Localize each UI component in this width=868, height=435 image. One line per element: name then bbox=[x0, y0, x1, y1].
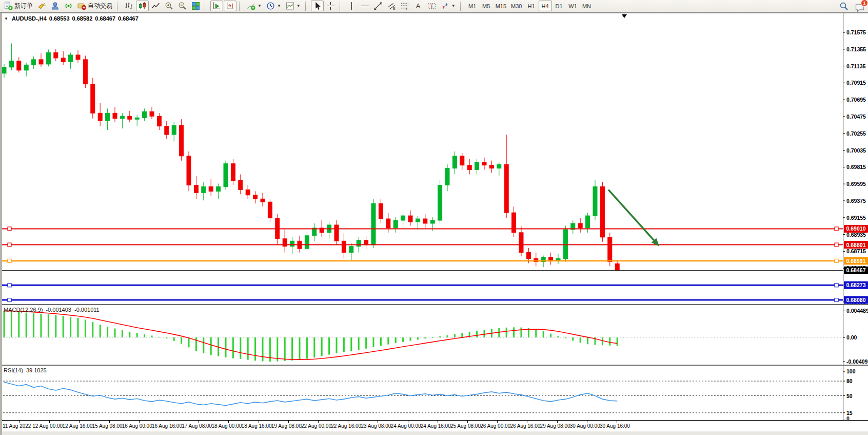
time-axis[interactable]: 11 Aug 202212 Aug 00:0012 Aug 16:0015 Au… bbox=[0, 420, 868, 431]
candle-body bbox=[342, 241, 346, 252]
ohlc-open: 0.68553 bbox=[49, 15, 70, 22]
auto-trading-button[interactable]: 自动交易 bbox=[75, 1, 114, 11]
expert-advisor-button[interactable] bbox=[49, 1, 62, 11]
time-axis-label: 15 Aug 08:00 bbox=[92, 423, 123, 429]
macd-histogram-bar bbox=[580, 337, 581, 343]
arrows-tool-button[interactable]: ▼ bbox=[439, 1, 458, 11]
macd-signal-line bbox=[4, 311, 617, 360]
candle-body bbox=[504, 164, 508, 213]
line-handle[interactable] bbox=[8, 243, 11, 247]
line-chart-button[interactable] bbox=[149, 1, 162, 11]
line-handle[interactable] bbox=[8, 283, 11, 287]
candle-body bbox=[69, 55, 73, 62]
candle bbox=[600, 182, 604, 241]
candle bbox=[519, 226, 523, 256]
price-chart: 0.715750.713550.711350.709150.706950.704… bbox=[0, 13, 868, 304]
timeframe-M15[interactable]: M15 bbox=[494, 1, 508, 11]
candle bbox=[61, 51, 65, 65]
auto-scroll-button[interactable] bbox=[210, 1, 223, 11]
line-handle[interactable] bbox=[835, 283, 838, 287]
line-handle[interactable] bbox=[8, 259, 11, 262]
candle bbox=[216, 183, 221, 199]
candle-body bbox=[46, 53, 50, 64]
notification-badge[interactable]: 1 bbox=[861, 0, 868, 7]
candle bbox=[231, 159, 235, 185]
line-handle[interactable] bbox=[8, 227, 11, 231]
timeframe-M30[interactable]: M30 bbox=[509, 1, 524, 11]
timeframe-W1[interactable]: W1 bbox=[566, 1, 580, 11]
macd-histogram-bar bbox=[188, 337, 190, 347]
macd-histogram-bar bbox=[572, 337, 574, 341]
time-axis-label: 12 Aug 00:00 bbox=[32, 423, 63, 429]
macd-histogram-bar bbox=[247, 337, 249, 360]
chart-shift-button[interactable] bbox=[224, 1, 236, 11]
macd-histogram-bar bbox=[262, 337, 264, 361]
candle-body bbox=[608, 237, 612, 262]
line-handle[interactable] bbox=[835, 227, 838, 231]
price-tag-label: 0.68591 bbox=[846, 258, 866, 264]
svg-text:F: F bbox=[406, 7, 408, 10]
line-handle[interactable] bbox=[8, 298, 11, 302]
search-button[interactable] bbox=[837, 1, 851, 12]
candle bbox=[17, 57, 21, 72]
timeframe-M5[interactable]: M5 bbox=[480, 1, 493, 11]
indicators-dropdown-caret[interactable]: ▼ bbox=[258, 4, 262, 8]
line-handle[interactable] bbox=[835, 259, 838, 262]
timeframe-D1[interactable]: D1 bbox=[553, 1, 566, 11]
one-click-trading-collapse-icon[interactable]: ▼ bbox=[4, 16, 8, 21]
candle bbox=[24, 63, 28, 77]
candle bbox=[39, 53, 43, 67]
arrows-dropdown-caret[interactable]: ▼ bbox=[451, 4, 456, 8]
horizontal-line-tool-button[interactable] bbox=[359, 1, 371, 11]
trendline-tool-button[interactable] bbox=[372, 1, 385, 11]
candle bbox=[571, 220, 575, 234]
candle bbox=[423, 214, 427, 228]
periods-button[interactable]: ▼ bbox=[264, 1, 283, 11]
crosshair-icon bbox=[326, 2, 335, 10]
new-order-button[interactable]: 新订单 bbox=[2, 1, 35, 11]
channel-tool-button[interactable]: E bbox=[385, 1, 398, 11]
ohlc-low: 0.68467 bbox=[95, 15, 115, 22]
text-label-tool-button[interactable]: T bbox=[425, 1, 438, 11]
timeframe-H4[interactable]: H4 bbox=[539, 1, 552, 11]
timeframe-M1[interactable]: M1 bbox=[466, 1, 479, 11]
candle-body bbox=[489, 165, 494, 168]
fibonacci-tool-button[interactable]: F bbox=[399, 1, 411, 11]
candle-body bbox=[187, 156, 191, 185]
pane-splitter[interactable] bbox=[0, 304, 868, 305]
candle-body bbox=[224, 164, 228, 187]
macd-histogram-bar bbox=[432, 337, 433, 338]
text-tool-button[interactable]: A bbox=[412, 1, 425, 11]
line-handle[interactable] bbox=[835, 298, 838, 302]
templates-button[interactable]: ▼ bbox=[284, 1, 303, 11]
cursor-button[interactable] bbox=[311, 1, 324, 11]
chart-shift-marker[interactable] bbox=[622, 14, 627, 18]
tile-windows-button[interactable] bbox=[189, 1, 202, 11]
signal-button[interactable] bbox=[62, 1, 75, 11]
zoom-out-icon bbox=[178, 2, 187, 10]
timeframe-MN[interactable]: MN bbox=[580, 1, 594, 11]
pane-splitter[interactable] bbox=[0, 365, 868, 366]
macd-histogram-bar bbox=[410, 337, 411, 341]
chat-button[interactable]: 1 bbox=[855, 1, 866, 12]
timeframe-H1[interactable]: H1 bbox=[525, 1, 538, 11]
vertical-line-tool-button[interactable] bbox=[345, 1, 358, 11]
candle bbox=[534, 253, 538, 267]
line-handle[interactable] bbox=[835, 243, 838, 247]
periods-dropdown-caret[interactable]: ▼ bbox=[277, 4, 281, 8]
candle-body bbox=[194, 185, 198, 193]
auto-trading-icon bbox=[77, 2, 86, 10]
crosshair-button[interactable] bbox=[324, 1, 337, 11]
zoom-in-button[interactable] bbox=[163, 1, 175, 11]
macd-histogram-bar bbox=[373, 337, 374, 347]
zoom-out-button[interactable] bbox=[176, 1, 189, 11]
bar-chart-button[interactable] bbox=[123, 1, 135, 11]
trend-arrow-shaft[interactable] bbox=[608, 190, 654, 240]
chart-shift-icon bbox=[226, 2, 234, 10]
candlestick-chart-button[interactable] bbox=[136, 1, 149, 11]
rsi-value: 39.1025 bbox=[26, 367, 47, 373]
candle-body bbox=[261, 199, 265, 202]
indicators-button[interactable]: ▼ bbox=[245, 1, 264, 11]
alerts-button[interactable] bbox=[35, 1, 48, 11]
templates-dropdown-caret[interactable]: ▼ bbox=[297, 4, 301, 8]
